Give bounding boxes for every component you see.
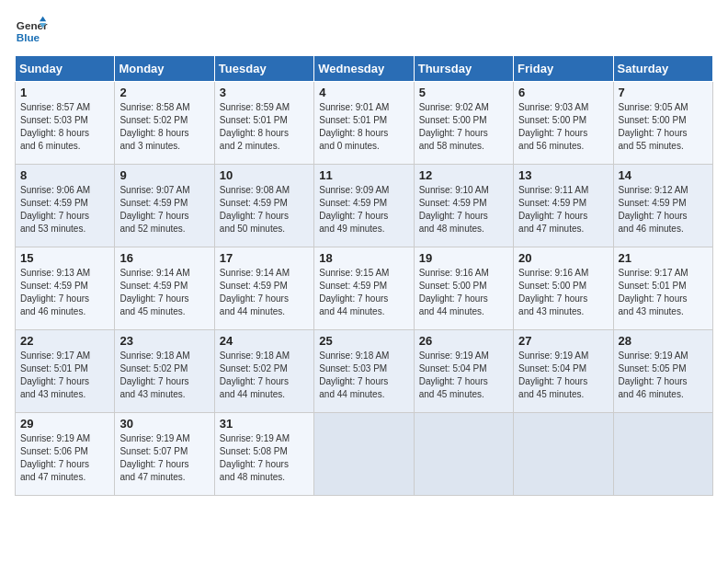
day-content: Sunrise: 9:16 AM Sunset: 5:00 PM Dayligh… (518, 267, 608, 318)
calendar-cell: 31Sunrise: 9:19 AM Sunset: 5:08 PM Dayli… (214, 413, 313, 496)
calendar-cell: 28Sunrise: 9:19 AM Sunset: 5:05 PM Dayli… (613, 330, 712, 413)
day-number: 2 (119, 86, 209, 99)
day-number: 27 (518, 334, 608, 348)
day-content: Sunrise: 9:12 AM Sunset: 4:59 PM Dayligh… (619, 184, 708, 236)
svg-text:Blue: Blue (17, 31, 40, 43)
day-number: 25 (319, 334, 408, 348)
header-tuesday: Tuesday (214, 56, 313, 82)
calendar-cell: 21Sunrise: 9:17 AM Sunset: 5:01 PM Dayli… (613, 247, 712, 330)
day-number: 9 (119, 168, 209, 182)
day-content: Sunrise: 9:16 AM Sunset: 5:00 PM Dayligh… (419, 267, 508, 318)
calendar-cell: 17Sunrise: 9:14 AM Sunset: 4:59 PM Dayli… (214, 247, 313, 330)
day-number: 6 (518, 86, 608, 99)
day-content: Sunrise: 8:57 AM Sunset: 5:03 PM Dayligh… (20, 101, 109, 153)
calendar-cell: 5Sunrise: 9:02 AM Sunset: 5:00 PM Daylig… (414, 82, 513, 165)
day-content: Sunrise: 9:18 AM Sunset: 5:02 PM Dayligh… (220, 350, 309, 401)
calendar-cell: 30Sunrise: 9:19 AM Sunset: 5:07 PM Dayli… (115, 413, 214, 496)
calendar-cell: 12Sunrise: 9:10 AM Sunset: 4:59 PM Dayli… (414, 165, 513, 247)
day-number: 12 (419, 168, 508, 182)
day-number: 23 (119, 334, 209, 348)
calendar-cell: 15Sunrise: 9:13 AM Sunset: 4:59 PM Dayli… (16, 247, 115, 330)
day-content: Sunrise: 9:08 AM Sunset: 4:59 PM Dayligh… (220, 184, 309, 236)
calendar-cell: 24Sunrise: 9:18 AM Sunset: 5:02 PM Dayli… (214, 330, 313, 413)
calendar-cell (314, 413, 414, 496)
day-number: 14 (619, 168, 708, 182)
header-monday: Monday (115, 56, 214, 82)
day-content: Sunrise: 8:59 AM Sunset: 5:01 PM Dayligh… (220, 101, 309, 153)
calendar-cell: 6Sunrise: 9:03 AM Sunset: 5:00 PM Daylig… (514, 82, 613, 165)
calendar-cell: 29Sunrise: 9:19 AM Sunset: 5:06 PM Dayli… (16, 413, 115, 496)
day-content: Sunrise: 9:14 AM Sunset: 4:59 PM Dayligh… (220, 267, 309, 318)
day-content: Sunrise: 9:19 AM Sunset: 5:04 PM Dayligh… (419, 350, 508, 401)
header-wednesday: Wednesday (314, 56, 414, 82)
day-content: Sunrise: 9:06 AM Sunset: 4:59 PM Dayligh… (20, 184, 109, 236)
calendar-cell: 26Sunrise: 9:19 AM Sunset: 5:04 PM Dayli… (414, 330, 513, 413)
calendar-cell: 3Sunrise: 8:59 AM Sunset: 5:01 PM Daylig… (214, 82, 313, 165)
calendar-cell: 13Sunrise: 9:11 AM Sunset: 4:59 PM Dayli… (514, 165, 613, 247)
day-content: Sunrise: 9:19 AM Sunset: 5:08 PM Dayligh… (220, 432, 309, 484)
calendar-cell (414, 413, 513, 496)
day-number: 20 (518, 251, 608, 265)
day-content: Sunrise: 9:09 AM Sunset: 4:59 PM Dayligh… (319, 184, 408, 236)
logo-icon: General Blue (15, 15, 48, 48)
calendar-cell: 10Sunrise: 9:08 AM Sunset: 4:59 PM Dayli… (214, 165, 313, 247)
day-number: 1 (20, 86, 109, 99)
day-content: Sunrise: 9:18 AM Sunset: 5:02 PM Dayligh… (119, 350, 209, 401)
calendar-cell: 7Sunrise: 9:05 AM Sunset: 5:00 PM Daylig… (613, 82, 712, 165)
day-content: Sunrise: 9:02 AM Sunset: 5:00 PM Dayligh… (419, 101, 508, 153)
day-number: 18 (319, 251, 408, 265)
calendar-cell: 27Sunrise: 9:19 AM Sunset: 5:04 PM Dayli… (514, 330, 613, 413)
header-sunday: Sunday (16, 56, 115, 82)
day-number: 13 (518, 168, 608, 182)
day-number: 24 (220, 334, 309, 348)
day-number: 29 (20, 417, 109, 431)
day-content: Sunrise: 9:19 AM Sunset: 5:06 PM Dayligh… (20, 432, 109, 484)
day-content: Sunrise: 9:01 AM Sunset: 5:01 PM Dayligh… (319, 101, 408, 153)
week-row-4: 22Sunrise: 9:17 AM Sunset: 5:01 PM Dayli… (16, 330, 713, 413)
day-content: Sunrise: 9:14 AM Sunset: 4:59 PM Dayligh… (119, 267, 209, 318)
calendar-cell: 11Sunrise: 9:09 AM Sunset: 4:59 PM Dayli… (314, 165, 414, 247)
day-content: Sunrise: 9:05 AM Sunset: 5:00 PM Dayligh… (619, 101, 708, 153)
header-thursday: Thursday (414, 56, 513, 82)
day-content: Sunrise: 9:17 AM Sunset: 5:01 PM Dayligh… (20, 350, 109, 401)
day-content: Sunrise: 9:07 AM Sunset: 4:59 PM Dayligh… (119, 184, 209, 236)
week-row-3: 15Sunrise: 9:13 AM Sunset: 4:59 PM Dayli… (16, 247, 713, 330)
day-content: Sunrise: 9:10 AM Sunset: 4:59 PM Dayligh… (419, 184, 508, 236)
day-number: 7 (619, 86, 708, 99)
calendar-cell: 8Sunrise: 9:06 AM Sunset: 4:59 PM Daylig… (16, 165, 115, 247)
calendar-cell: 4Sunrise: 9:01 AM Sunset: 5:01 PM Daylig… (314, 82, 414, 165)
calendar-cell: 19Sunrise: 9:16 AM Sunset: 5:00 PM Dayli… (414, 247, 513, 330)
day-content: Sunrise: 9:19 AM Sunset: 5:05 PM Dayligh… (619, 350, 708, 401)
calendar-cell: 2Sunrise: 8:58 AM Sunset: 5:02 PM Daylig… (115, 82, 214, 165)
day-number: 17 (220, 251, 309, 265)
day-number: 19 (419, 251, 508, 265)
day-content: Sunrise: 9:19 AM Sunset: 5:07 PM Dayligh… (119, 432, 209, 484)
day-number: 15 (20, 251, 109, 265)
calendar-cell (613, 413, 712, 496)
day-content: Sunrise: 9:15 AM Sunset: 4:59 PM Dayligh… (319, 267, 408, 318)
calendar-cell: 18Sunrise: 9:15 AM Sunset: 4:59 PM Dayli… (314, 247, 414, 330)
day-number: 3 (220, 86, 309, 99)
page-header: General Blue (15, 15, 713, 48)
calendar-cell: 25Sunrise: 9:18 AM Sunset: 5:03 PM Dayli… (314, 330, 414, 413)
day-content: Sunrise: 9:18 AM Sunset: 5:03 PM Dayligh… (319, 350, 408, 401)
week-row-5: 29Sunrise: 9:19 AM Sunset: 5:06 PM Dayli… (16, 413, 713, 496)
header-saturday: Saturday (613, 56, 712, 82)
day-content: Sunrise: 9:19 AM Sunset: 5:04 PM Dayligh… (518, 350, 608, 401)
day-content: Sunrise: 9:17 AM Sunset: 5:01 PM Dayligh… (619, 267, 708, 318)
day-number: 4 (319, 86, 408, 99)
day-number: 8 (20, 168, 109, 182)
day-content: Sunrise: 8:58 AM Sunset: 5:02 PM Dayligh… (119, 101, 209, 153)
day-number: 31 (220, 417, 309, 431)
calendar-cell: 1Sunrise: 8:57 AM Sunset: 5:03 PM Daylig… (16, 82, 115, 165)
calendar-cell: 16Sunrise: 9:14 AM Sunset: 4:59 PM Dayli… (115, 247, 214, 330)
day-number: 30 (119, 417, 209, 431)
day-number: 28 (619, 334, 708, 348)
day-content: Sunrise: 9:13 AM Sunset: 4:59 PM Dayligh… (20, 267, 109, 318)
calendar-cell: 14Sunrise: 9:12 AM Sunset: 4:59 PM Dayli… (613, 165, 712, 247)
day-number: 10 (220, 168, 309, 182)
week-row-1: 1Sunrise: 8:57 AM Sunset: 5:03 PM Daylig… (16, 82, 713, 165)
day-number: 11 (319, 168, 408, 182)
day-number: 5 (419, 86, 508, 99)
day-content: Sunrise: 9:03 AM Sunset: 5:00 PM Dayligh… (518, 101, 608, 153)
